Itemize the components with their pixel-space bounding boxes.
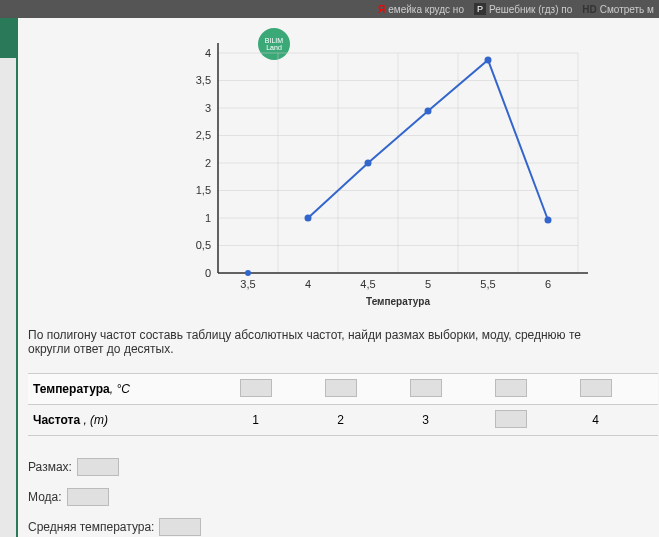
data-point-0 (245, 270, 251, 276)
row-label-temperature: Температура, °C (28, 382, 213, 396)
hd-icon: HD (582, 4, 596, 15)
mode-input[interactable] (67, 488, 109, 506)
frequency-table: Температура, °C Частота , (m) 1 2 3 4 (28, 373, 658, 436)
main-content: BILIM Land (16, 18, 659, 537)
chart-svg: 0 0,5 1 1,5 2 2,5 3 3,5 4 3,5 4 4,5 5 5,… (173, 33, 603, 313)
svg-text:5,5: 5,5 (480, 278, 495, 290)
temp-cell-5[interactable] (553, 379, 638, 400)
mean-label: Средняя температура: (28, 520, 154, 534)
p-icon: P (474, 3, 486, 15)
freq-cell-2: 2 (298, 413, 383, 427)
data-point-1 (305, 215, 312, 222)
x-tick-labels: 3,5 4 4,5 5 5,5 6 (240, 278, 551, 290)
chart-grid (218, 53, 578, 273)
svg-text:4: 4 (305, 278, 311, 290)
yandex-icon: Я (378, 4, 385, 15)
tab-label-2: Решебник (гдз) по (489, 4, 572, 15)
mode-label: Мода: (28, 490, 62, 504)
question-line-2: округли ответ до десятых. (28, 342, 174, 356)
question-text: По полигону частот составь таблицу абсол… (28, 328, 659, 356)
svg-text:2,5: 2,5 (196, 129, 211, 141)
svg-text:3,5: 3,5 (240, 278, 255, 290)
temp-cell-4[interactable] (468, 379, 553, 400)
data-point-5 (545, 217, 552, 224)
data-point-3 (425, 108, 432, 115)
svg-text:2: 2 (205, 157, 211, 169)
svg-text:0: 0 (205, 267, 211, 279)
x-axis-title: Температура (366, 296, 430, 307)
freq-cell-1: 1 (213, 413, 298, 427)
svg-text:0,5: 0,5 (196, 239, 211, 251)
svg-text:3: 3 (205, 102, 211, 114)
temp-cell-3[interactable] (383, 379, 468, 400)
svg-text:4,5: 4,5 (360, 278, 375, 290)
left-accent-stripe (0, 18, 16, 58)
freq-cell-4[interactable] (468, 410, 553, 431)
answer-mean: Средняя температура: (28, 518, 201, 536)
tab-label-1: емейка крудс но (388, 4, 464, 15)
row-label-frequency: Частота , (m) (28, 413, 213, 427)
svg-text:3,5: 3,5 (196, 74, 211, 86)
mean-input[interactable] (159, 518, 201, 536)
svg-text:5: 5 (425, 278, 431, 290)
svg-text:6: 6 (545, 278, 551, 290)
table-row-temperature: Температура, °C (28, 373, 658, 405)
tab-label-3: Смотреть м (600, 4, 654, 15)
svg-text:1,5: 1,5 (196, 184, 211, 196)
tab-item-1[interactable]: Я емейка крудс но (378, 4, 464, 15)
freq-cell-3: 3 (383, 413, 468, 427)
tab-item-2[interactable]: P Решебник (гдз) по (474, 3, 572, 15)
frequency-polygon-chart: 0 0,5 1 1,5 2 2,5 3 3,5 4 3,5 4 4,5 5 5,… (173, 33, 603, 313)
tab-item-3[interactable]: HD Смотреть м (582, 4, 654, 15)
answer-mode: Мода: (28, 488, 201, 506)
range-input[interactable] (77, 458, 119, 476)
svg-text:1: 1 (205, 212, 211, 224)
temp-cell-1[interactable] (213, 379, 298, 400)
answer-range: Размах: (28, 458, 201, 476)
question-line-1: По полигону частот составь таблицу абсол… (28, 328, 581, 342)
table-row-frequency: Частота , (m) 1 2 3 4 (28, 405, 658, 436)
browser-tab-bar: Я емейка крудс но P Решебник (гдз) по HD… (0, 0, 659, 18)
freq-cell-5: 4 (553, 413, 638, 427)
range-label: Размах: (28, 460, 72, 474)
y-tick-labels: 0 0,5 1 1,5 2 2,5 3 3,5 4 (196, 47, 211, 279)
data-point-4 (485, 57, 492, 64)
answers-section: Размах: Мода: Средняя температура: (28, 458, 201, 537)
data-polyline (308, 60, 548, 220)
temp-cell-2[interactable] (298, 379, 383, 400)
data-point-2 (365, 160, 372, 167)
svg-text:4: 4 (205, 47, 211, 59)
